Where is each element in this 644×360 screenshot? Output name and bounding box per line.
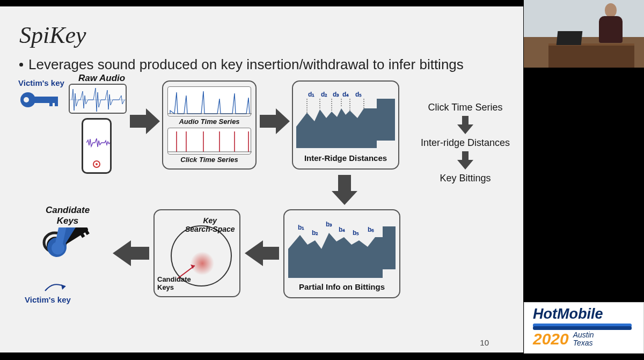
- svg-marker-6: [130, 108, 160, 134]
- svg-marker-50: [457, 116, 473, 134]
- diagram-canvas: Victim's key Raw Audio: [19, 76, 504, 339]
- svg-rect-4: [55, 102, 58, 106]
- svg-marker-15: [260, 108, 290, 134]
- side-inter-ridge: Inter-ridge Distances: [409, 137, 522, 149]
- arrow-down-side-1: [457, 116, 473, 136]
- svg-text:b₃: b₃: [326, 221, 332, 228]
- label-candidate-keys-in: Candidate Keys: [157, 275, 191, 291]
- d3-label: d₃: [333, 91, 339, 98]
- svg-text:b₄: b₄: [339, 226, 345, 233]
- label-inter-ridge: Inter-Ridge Distances: [304, 153, 387, 163]
- svg-rect-3: [49, 102, 53, 106]
- svg-marker-36: [113, 240, 149, 266]
- label-click-time-series: Click Time Series: [180, 156, 238, 164]
- click-time-series-plot: [167, 128, 251, 155]
- logo-year: 2020: [533, 330, 569, 348]
- key-profile-b: b₁ b₂ b₃ b₄ b₅ b₆: [288, 218, 396, 282]
- svg-marker-23: [332, 175, 357, 205]
- box-partial-info: b₁ b₂ b₃ b₄ b₅ b₆ Partial Info on Bittin…: [283, 209, 400, 298]
- record-icon: [93, 160, 100, 168]
- raw-audio-waveform: [69, 84, 127, 114]
- key-icon: [19, 89, 62, 113]
- audio-time-series-plot: [167, 86, 251, 116]
- svg-rect-2: [34, 97, 58, 103]
- side-key-bittings: Key Bittings: [425, 173, 506, 184]
- presenter: [596, 3, 626, 45]
- bullet-text: Leverages sound produced on key insertio…: [28, 56, 464, 73]
- svg-text:b₂: b₂: [312, 229, 318, 237]
- svg-text:b₆: b₆: [368, 226, 374, 233]
- logo-underline-2: [533, 326, 632, 330]
- d2-label: d₂: [321, 91, 327, 98]
- d1-label: d₁: [308, 91, 314, 98]
- label-victims-key-bottom: Victim's key: [25, 295, 71, 304]
- laptop: [557, 31, 583, 45]
- podium: [548, 43, 634, 68]
- page-number: 10: [480, 338, 489, 347]
- box-search-space: Key Search-Space Candidate Keys: [153, 209, 240, 297]
- slide-title: SpiKey: [19, 21, 504, 49]
- smartphone-icon: [82, 118, 112, 174]
- key-profile-d: d₁ d₂ d₃ d₄ d₅: [296, 89, 395, 153]
- svg-marker-51: [457, 151, 473, 170]
- slide-bullet: Leverages sound produced on key insertio…: [19, 56, 504, 73]
- search-space-graphic: Key Search-Space Candidate Keys: [159, 214, 235, 292]
- d5-label: d₅: [355, 91, 362, 98]
- svg-marker-31: [245, 240, 279, 266]
- label-candidate-keys-out: Candidate Keys: [35, 205, 100, 226]
- conference-logo: HotMobile 2020 AustinTexas: [524, 302, 644, 354]
- svg-point-1: [24, 97, 29, 102]
- speaker-video-thumbnail: [524, 0, 644, 68]
- label-audio-time-series: Audio Time Series: [179, 117, 239, 126]
- bullet-dot-icon: [19, 63, 23, 67]
- box-time-series: Audio Time Series Click Time Series: [162, 80, 257, 170]
- arrow-left-2: [113, 240, 149, 266]
- arrow-right-1: [130, 108, 160, 134]
- label-raw-audio: Raw Audio: [78, 73, 125, 84]
- svg-marker-30: [288, 226, 396, 278]
- svg-marker-22: [296, 99, 395, 148]
- box-inter-ridge: d₁ d₂ d₃ d₄ d₅ Inte: [292, 80, 399, 170]
- stage: HotMobile 2020 AustinTexas SpiKey Levera…: [0, 0, 644, 360]
- label-victims-key-top: Victim's key: [18, 78, 64, 87]
- label-search-space: Key Search-Space: [185, 216, 235, 233]
- arrow-down-1: [332, 175, 357, 205]
- label-partial-info: Partial Info on Bittings: [299, 282, 385, 291]
- svg-text:b₅: b₅: [353, 229, 359, 237]
- svg-point-33: [191, 252, 214, 275]
- arrow-left-1: [245, 240, 279, 266]
- candidate-keys-output: Candidate Keys Victim's key: [25, 205, 111, 307]
- side-click-time-series: Click Time Series: [414, 102, 516, 113]
- slide: SpiKey Leverages sound produced on key i…: [0, 6, 523, 352]
- arrow-right-2: [260, 108, 290, 134]
- svg-text:b₁: b₁: [298, 224, 304, 231]
- logo-location: AustinTexas: [573, 331, 594, 347]
- d4-label: d₄: [342, 91, 349, 98]
- logo-title: HotMobile: [533, 306, 638, 322]
- arrow-down-side-2: [457, 151, 473, 172]
- keyring-icon: [25, 227, 105, 297]
